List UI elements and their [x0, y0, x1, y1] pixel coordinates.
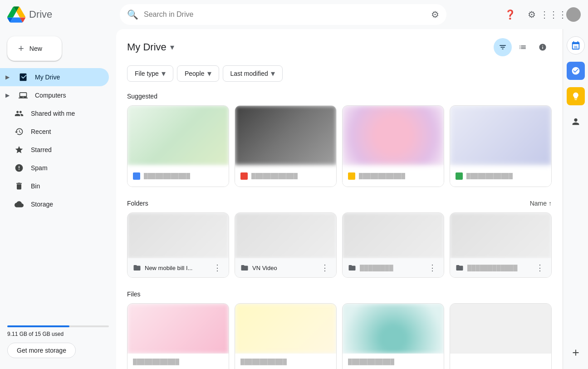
- new-button[interactable]: + New: [7, 36, 62, 61]
- card-footer-2: ████████████: [235, 165, 336, 187]
- svg-text:31: 31: [573, 45, 577, 49]
- filter-active-button[interactable]: [494, 38, 512, 56]
- header-right: ❓ ⚙ ⋮⋮⋮: [501, 5, 581, 24]
- info-button[interactable]: [534, 38, 552, 56]
- sidebar-item-computers[interactable]: ▶ Computers: [0, 86, 109, 104]
- right-panel-contacts-button[interactable]: [567, 113, 585, 131]
- drive-title-chevron-icon[interactable]: ▾: [170, 42, 174, 52]
- file-type-icon-3: [348, 172, 355, 180]
- folder-thumb-4: [450, 213, 551, 258]
- sort-button[interactable]: Name ↑: [530, 200, 552, 207]
- drive-title-text: My Drive: [127, 41, 167, 53]
- folder-name-1: New mobile bill I...: [145, 265, 208, 271]
- new-button-label: New: [29, 45, 42, 52]
- sort-label: Name: [530, 200, 547, 207]
- storage-text: 9.11 GB of 15 GB used: [7, 331, 109, 337]
- right-panel-calendar-button[interactable]: 31: [567, 36, 585, 54]
- last-modified-filter[interactable]: Last modified ▾: [223, 65, 283, 82]
- folder-more-button-3[interactable]: ⋮: [426, 262, 438, 274]
- folder-footer-4: ████████████ ⋮: [450, 258, 551, 277]
- folder-name-2: VN Video: [252, 265, 315, 271]
- files-grid: ████████████ ████████████ ████████████: [127, 303, 552, 369]
- people-filter[interactable]: People ▾: [177, 65, 219, 82]
- folder-thumb-3: [343, 213, 444, 258]
- file-thumb-3: [343, 304, 444, 354]
- folder-thumb-1: [127, 213, 229, 258]
- storage-section: 9.11 GB of 15 GB used Get more storage: [0, 315, 116, 365]
- logo-area: Drive: [7, 5, 116, 24]
- suggested-card-4[interactable]: ████████████: [450, 105, 552, 187]
- file-thumb-4: [450, 304, 551, 354]
- folders-header: Folders Name ↑: [127, 198, 552, 212]
- sort-up-icon: ↑: [549, 200, 552, 207]
- recent-label: Recent: [31, 128, 51, 135]
- folder-card-4[interactable]: ████████████ ⋮: [450, 212, 552, 278]
- card-filename-1: ████████████: [144, 173, 223, 179]
- sidebar-item-my-drive[interactable]: ▶ My Drive: [0, 68, 109, 86]
- right-panel: 31: [563, 29, 588, 369]
- sidebar-item-storage[interactable]: Storage: [0, 195, 109, 213]
- right-panel-keep-button[interactable]: [567, 87, 585, 105]
- folder-icon-2: [240, 264, 249, 272]
- search-bar[interactable]: 🔍 ⚙: [120, 4, 446, 25]
- file-card-4[interactable]: [450, 303, 552, 369]
- spam-label: Spam: [31, 164, 48, 172]
- sidebar-item-shared[interactable]: Shared with me: [0, 104, 109, 123]
- right-panel-add-button[interactable]: [567, 344, 585, 362]
- folder-icon-1: [133, 264, 141, 272]
- storage-label: Storage: [31, 201, 53, 208]
- file-card-2[interactable]: ████████████: [235, 303, 337, 369]
- my-drive-icon: [19, 73, 28, 82]
- drive-header: My Drive ▾: [127, 29, 552, 62]
- folder-card-1[interactable]: New mobile bill I... ⋮: [127, 212, 229, 278]
- folder-more-button-4[interactable]: ⋮: [534, 262, 546, 274]
- sidebar-item-recent[interactable]: Recent: [0, 123, 109, 141]
- last-modified-label: Last modified: [230, 70, 268, 77]
- folder-more-button-1[interactable]: ⋮: [211, 262, 223, 274]
- folder-footer-1: New mobile bill I... ⋮: [127, 258, 229, 277]
- suggested-card-1[interactable]: ████████████: [127, 105, 229, 187]
- suggested-grid: ████████████ ████████████ ████████████: [127, 105, 552, 187]
- file-type-label: File type: [135, 70, 159, 77]
- folder-more-button-2[interactable]: ⋮: [319, 262, 331, 274]
- folder-thumb-2: [235, 213, 336, 258]
- shared-icon: [15, 109, 24, 118]
- computers-label: Computers: [35, 92, 66, 99]
- sidebar-item-spam[interactable]: Spam: [0, 159, 109, 177]
- search-input[interactable]: [144, 10, 426, 19]
- folders-grid: New mobile bill I... ⋮ VN Video ⋮: [127, 212, 552, 278]
- suggested-section-label: Suggested: [127, 89, 552, 105]
- card-footer-3: ████████████: [343, 165, 444, 187]
- bin-label: Bin: [31, 182, 40, 190]
- get-more-storage-button[interactable]: Get more storage: [7, 343, 76, 358]
- help-button[interactable]: ❓: [501, 5, 519, 24]
- file-type-icon-1: [133, 172, 140, 180]
- filter-search-icon[interactable]: ⚙: [431, 9, 439, 20]
- suggested-card-3[interactable]: ████████████: [342, 105, 444, 187]
- list-view-button[interactable]: [514, 38, 532, 56]
- file-card-1[interactable]: ████████████: [127, 303, 229, 369]
- right-panel-tasks-button[interactable]: [567, 62, 585, 80]
- folders-section-label: Folders: [127, 200, 148, 207]
- suggested-card-2[interactable]: ████████████: [235, 105, 337, 187]
- sidebar-item-bin[interactable]: Bin: [0, 177, 109, 195]
- settings-button[interactable]: ⚙: [523, 5, 541, 24]
- file-type-filter[interactable]: File type ▾: [127, 65, 173, 82]
- sidebar: + New ▶ My Drive ▶ Computers Shared with…: [0, 29, 116, 369]
- folder-name-3: ████████: [360, 265, 423, 271]
- storage-bar-used: [7, 325, 69, 327]
- card-filename-3: ████████████: [359, 173, 438, 179]
- sidebar-item-starred[interactable]: Starred: [0, 141, 109, 159]
- apps-button[interactable]: ⋮⋮⋮: [544, 5, 563, 24]
- file-type-icon-4: [456, 172, 463, 180]
- avatar[interactable]: [566, 7, 581, 22]
- folder-footer-3: ████████ ⋮: [343, 258, 444, 277]
- spam-icon: [15, 163, 24, 172]
- file-card-3[interactable]: ████████████: [342, 303, 444, 369]
- folder-card-2[interactable]: VN Video ⋮: [235, 212, 337, 278]
- file-type-icon-2: [240, 172, 248, 180]
- main-content: My Drive ▾ File type ▾: [116, 29, 563, 369]
- app-title: Drive: [29, 9, 52, 20]
- storage-icon: [15, 200, 24, 209]
- folder-card-3[interactable]: ████████ ⋮: [342, 212, 444, 278]
